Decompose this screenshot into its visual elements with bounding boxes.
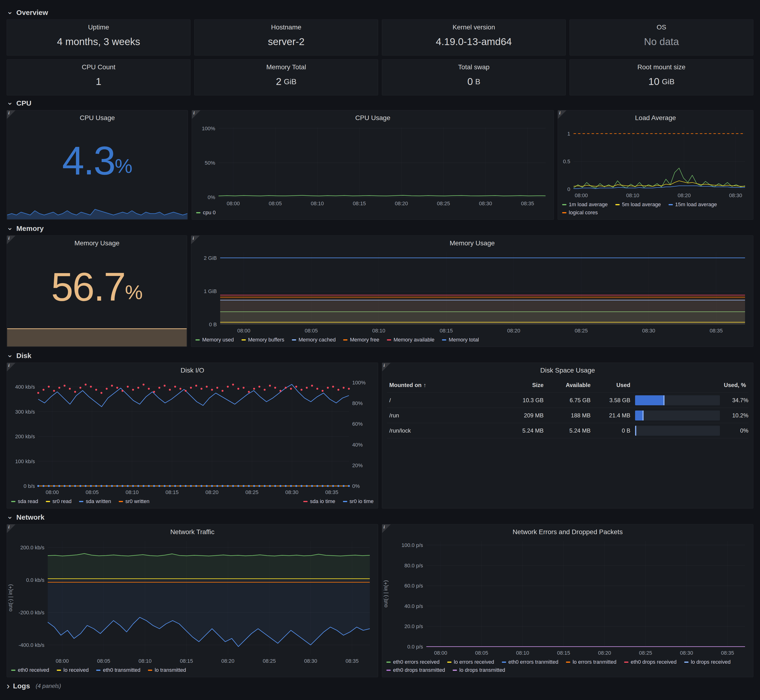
stat-title-hostname[interactable]: Hostname xyxy=(194,20,378,33)
series-color-swatch xyxy=(669,204,673,205)
panel-title-memory-usage-chart[interactable]: Memory Usage xyxy=(191,236,753,248)
stat-title-os[interactable]: OS xyxy=(570,20,753,33)
stat-unit-memory-total: GiB xyxy=(284,77,296,86)
usage-pct-label: 34.7% xyxy=(720,397,748,404)
legend-item-cpu-0[interactable]: cpu 0 xyxy=(196,209,216,216)
svg-text:08:10: 08:10 xyxy=(311,200,324,206)
usage-pct-label: 10.2% xyxy=(720,412,748,419)
panel-title-network-errors[interactable]: Network Errors and Dropped Packets xyxy=(382,524,753,537)
stat-title-cpu-count[interactable]: CPU Count xyxy=(7,59,190,72)
stat-title-kernel-version[interactable]: Kernel version xyxy=(382,20,566,33)
section-header-cpu[interactable]: ⌄ CPU xyxy=(7,96,753,110)
legend-item-logical-cores[interactable]: logical cores xyxy=(562,209,598,216)
svg-text:08:15: 08:15 xyxy=(353,200,366,206)
legend-item-Memory-total[interactable]: Memory total xyxy=(442,337,479,343)
legend-item-15m-load-average[interactable]: 15m load average xyxy=(669,202,717,208)
panel-info-icon[interactable]: i xyxy=(7,524,16,533)
section-header-network[interactable]: ⌄ Network xyxy=(7,510,753,524)
panel-info-icon[interactable]: i xyxy=(192,110,201,119)
panel-info-icon[interactable]: i xyxy=(382,363,391,371)
cpu-usage-chart[interactable]: 0%50%100%08:0008:0508:1008:1508:2008:250… xyxy=(192,123,554,209)
network-errors-chart[interactable]: 0.0 p/s20.0 p/s40.0 p/s60.0 p/s80.0 p/s1… xyxy=(382,537,753,658)
disk-table-header-row: Mounted on↑ Size Available Used Used, % xyxy=(387,378,748,393)
panel-info-icon[interactable]: i xyxy=(7,236,16,244)
svg-text:100.0 p/s: 100.0 p/s xyxy=(401,542,423,548)
panel-info-icon[interactable]: i xyxy=(382,524,391,533)
legend-item-sda-written[interactable]: sda written xyxy=(79,498,111,505)
section-header-logs[interactable]: › Logs (4 panels) xyxy=(7,679,753,693)
legend-item-lo-received[interactable]: lo received xyxy=(57,667,89,673)
panel-title-load-average[interactable]: Load Average xyxy=(558,110,753,123)
column-header-mounted-on[interactable]: Mounted on↑ xyxy=(387,382,506,388)
legend-item-eth0-errors-received[interactable]: eth0 errors received xyxy=(386,659,440,665)
legend-item-sda-read[interactable]: sda read xyxy=(11,498,38,505)
stat-value-memory-total: 2 xyxy=(276,76,281,88)
load-average-chart[interactable]: 00.5108:0008:1008:2008:30 xyxy=(558,123,753,200)
stat-value-hostname: server-2 xyxy=(268,36,304,47)
legend-item-eth0-errors-tranmitted[interactable]: eth0 errors tranmitted xyxy=(502,659,558,665)
svg-text:08:00: 08:00 xyxy=(434,650,447,656)
svg-text:08:20: 08:20 xyxy=(395,200,408,206)
legend-item-lo-errors-received[interactable]: lo errors received xyxy=(447,659,494,665)
cell-available: 5.24 MB xyxy=(546,427,593,434)
section-header-memory[interactable]: ⌄ Memory xyxy=(7,222,753,235)
panel-info-icon[interactable]: i xyxy=(558,110,566,119)
legend-item-eth0-drops-received[interactable]: eth0 drops received xyxy=(624,659,677,665)
section-header-disk[interactable]: ⌄ Disk xyxy=(7,349,753,362)
stat-title-root-mount-size[interactable]: Root mount size xyxy=(570,59,753,72)
memory-usage-chart[interactable]: 0 B1 GiB2 GiB08:0008:0508:1008:1508:2008… xyxy=(191,248,753,336)
legend-item-lo-drops-transmitted[interactable]: lo drops transmitted xyxy=(453,667,505,673)
disk-io-chart[interactable]: 0 b/s100 kb/s200 kb/s300 kb/s400 kb/s0%2… xyxy=(7,376,378,497)
section-header-overview[interactable]: ⌄ Overview xyxy=(7,6,753,19)
panel-info-icon[interactable]: i xyxy=(7,110,16,119)
panel-title-network-traffic[interactable]: Network Traffic xyxy=(7,524,378,537)
svg-text:08:05: 08:05 xyxy=(305,328,318,334)
legend-item-sda-io-time[interactable]: sda io time xyxy=(303,498,335,505)
column-header-used-pct[interactable]: Used, % xyxy=(633,382,748,388)
legend-item-lo-drops-received[interactable]: lo drops received xyxy=(684,659,731,665)
legend-item-1m-load-average[interactable]: 1m load average xyxy=(562,202,608,208)
panel-info-icon[interactable]: i xyxy=(191,236,200,244)
legend-item-eth0-transmitted[interactable]: eth0 transmitted xyxy=(96,667,140,673)
legend-item-eth0-received[interactable]: eth0 received xyxy=(11,667,49,673)
svg-text:08:00: 08:00 xyxy=(56,658,69,664)
legend-item-Memory-free[interactable]: Memory free xyxy=(343,337,379,343)
series-color-swatch xyxy=(343,501,347,502)
panel-title-disk-space-usage[interactable]: Disk Space Usage xyxy=(382,363,753,376)
network-traffic-chart[interactable]: 200.0 kb/s0.0 kb/s-200.0 kb/s-400.0 kb/s… xyxy=(7,537,378,666)
column-header-size[interactable]: Size xyxy=(506,382,546,388)
legend-item-sr0-written[interactable]: sr0 written xyxy=(119,498,149,505)
legend-item-sr0-io-time[interactable]: sr0 io time xyxy=(343,498,374,505)
svg-text:08:25: 08:25 xyxy=(437,200,450,206)
panel-title-memory-usage-stat[interactable]: Memory Usage xyxy=(7,236,187,248)
legend-item-eth0-drops-transmitted[interactable]: eth0 drops transmitted xyxy=(386,667,445,673)
svg-text:08:20: 08:20 xyxy=(507,328,520,334)
panel-title-cpu-usage-chart[interactable]: CPU Usage xyxy=(192,110,554,123)
panel-info-icon[interactable]: i xyxy=(7,363,16,371)
legend-item-Memory-cached[interactable]: Memory cached xyxy=(292,337,336,343)
legend-item-5m-load-average[interactable]: 5m load average xyxy=(615,202,661,208)
stat-panel-cpu-count: CPU Count 1 xyxy=(7,59,191,95)
legend-item-Memory-used[interactable]: Memory used xyxy=(196,337,234,343)
stat-title-uptime[interactable]: Uptime xyxy=(7,20,190,33)
svg-text:80%: 80% xyxy=(352,400,363,406)
panel-title-cpu-usage-stat[interactable]: CPU Usage xyxy=(7,110,188,123)
section-label-memory: Memory xyxy=(16,225,44,233)
legend-item-sr0-read[interactable]: sr0 read xyxy=(46,498,72,505)
column-header-available[interactable]: Available xyxy=(546,382,593,388)
legend-item-Memory-buffers[interactable]: Memory buffers xyxy=(241,337,284,343)
memory-usage-chart-panel: i Memory Usage 0 B1 GiB2 GiB08:0008:0508… xyxy=(191,235,753,347)
column-header-used[interactable]: Used xyxy=(593,382,633,388)
cell-used: 0 B xyxy=(593,427,633,434)
cell-used-pct: 10.2% xyxy=(633,411,748,420)
legend-item-Memory-available[interactable]: Memory available xyxy=(387,337,434,343)
legend-item-lo-errors-tranmitted[interactable]: lo errors tranmitted xyxy=(566,659,617,665)
stat-title-total-swap[interactable]: Total swap xyxy=(382,59,566,72)
svg-text:08:05: 08:05 xyxy=(475,650,488,656)
svg-text:08:30: 08:30 xyxy=(680,650,693,656)
svg-text:100%: 100% xyxy=(202,125,215,131)
panel-title-disk-io[interactable]: Disk I/O xyxy=(7,363,378,376)
legend-item-lo-transmitted[interactable]: lo transmitted xyxy=(148,667,186,673)
stat-title-memory-total[interactable]: Memory Total xyxy=(194,59,378,72)
svg-text:08:00: 08:00 xyxy=(237,328,250,334)
